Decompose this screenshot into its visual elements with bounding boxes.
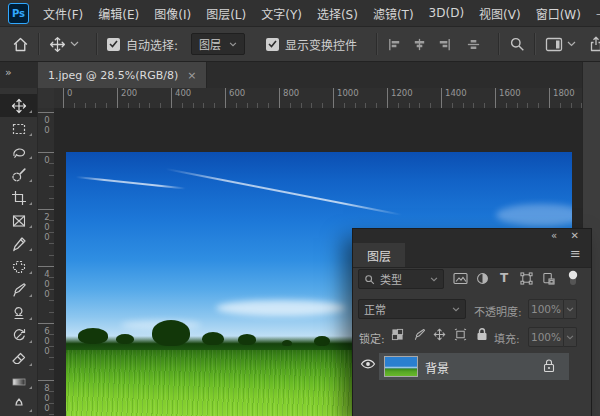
vertical-ruler[interactable]: 000200400600800	[38, 108, 55, 416]
collapse-panel-icon[interactable]: «	[551, 231, 557, 241]
ruler-label: 1600	[495, 88, 521, 108]
menu-image[interactable]: 图像(I)	[154, 5, 191, 22]
pixel-filter-icon[interactable]	[453, 272, 468, 285]
options-bar: 自动选择: 图层 显示变换控件	[0, 27, 600, 62]
distribute-icon[interactable]	[466, 37, 481, 52]
filter-toggle[interactable]	[568, 270, 578, 287]
blend-mode-dropdown[interactable]: 正常	[358, 299, 466, 319]
auto-select-target-dropdown[interactable]: 图层	[191, 33, 245, 55]
chevron-down-icon	[229, 42, 237, 47]
chevron-down-icon	[566, 307, 574, 312]
share-icon[interactable]	[588, 36, 600, 52]
ruler-label: 0	[63, 88, 72, 108]
tool-clone-stamp[interactable]	[0, 301, 37, 324]
layers-tab[interactable]: 图层	[353, 243, 405, 267]
opacity-chevron[interactable]	[564, 299, 577, 319]
tool-partial[interactable]	[0, 393, 37, 416]
tab-close-icon[interactable]: ×	[187, 69, 196, 82]
ruler-label: 400	[171, 88, 191, 108]
lock-paint-icon[interactable]	[413, 328, 426, 341]
quick-selection-icon	[11, 167, 27, 183]
divider	[498, 33, 500, 55]
tool-eyedropper[interactable]	[0, 232, 37, 255]
type-filter-icon[interactable]: T	[500, 271, 508, 285]
home-icon[interactable]	[12, 36, 29, 53]
menu-layer[interactable]: 图层(L)	[206, 5, 246, 22]
eyedropper-icon	[11, 236, 27, 252]
layers-panel-tabrow: 图层 ≡	[353, 243, 591, 268]
align-right-icon[interactable]	[437, 37, 452, 52]
horizontal-ruler[interactable]: 020040060080010001200140016001800	[54, 88, 582, 109]
menu-select[interactable]: 选择(S)	[317, 5, 358, 22]
blend-mode-value: 正常	[364, 301, 447, 317]
menu-view[interactable]: 视图(V)	[479, 5, 521, 22]
shape-filter-icon[interactable]	[520, 272, 533, 285]
fill-input[interactable]: 100%	[528, 327, 564, 347]
menu-window[interactable]: 窗口(W)	[536, 5, 581, 22]
lock-move-icon[interactable]	[433, 328, 446, 341]
ruler-label: 200	[38, 209, 54, 242]
menu-edit[interactable]: 编辑(E)	[98, 5, 139, 22]
history-brush-icon	[11, 328, 27, 344]
menu-type[interactable]: 文字(Y)	[261, 5, 302, 22]
tool-crop[interactable]	[0, 186, 37, 209]
tool-move[interactable]	[0, 94, 37, 117]
frame-icon	[11, 213, 27, 229]
move-tool-icon[interactable]	[49, 36, 66, 53]
tool-marquee[interactable]	[0, 117, 37, 140]
photo-cloud	[216, 300, 346, 316]
align-center-icon[interactable]	[412, 37, 427, 52]
lock-all-icon[interactable]	[476, 327, 488, 341]
marquee-icon	[11, 121, 27, 137]
smart-object-filter-icon[interactable]	[542, 272, 555, 285]
opacity-label: 不透明度:	[474, 303, 522, 319]
chevron-down-icon[interactable]	[70, 41, 79, 47]
layer-name[interactable]: 背景	[425, 359, 449, 376]
menu-filter[interactable]: 滤镜(T)	[373, 5, 414, 22]
lock-artboard-icon[interactable]	[454, 328, 467, 341]
tool-healing-brush[interactable]	[0, 255, 37, 278]
workspace-icon[interactable]	[545, 37, 563, 52]
chevron-down-icon	[430, 277, 438, 282]
layer-visibility-eye-icon[interactable]	[360, 358, 376, 370]
photo-tree	[152, 320, 190, 346]
ruler-label: 400	[38, 266, 54, 299]
chevron-down-icon	[452, 307, 460, 312]
toolbar-expand-icon[interactable]: »	[5, 66, 11, 79]
ruler-label: 200	[117, 88, 137, 108]
divider	[376, 33, 378, 55]
chevron-down-icon[interactable]	[567, 41, 576, 47]
document-tab[interactable]: 1.jpeg @ 28.5%(RGB/8) ×	[38, 62, 207, 88]
tool-eraser[interactable]	[0, 347, 37, 370]
auto-select-checkbox[interactable]	[107, 38, 120, 51]
menu-3d[interactable]: 3D(D)	[429, 6, 464, 20]
align-left-icon[interactable]	[387, 37, 402, 52]
tool-quick-selection[interactable]	[0, 163, 37, 186]
tool-lasso[interactable]	[0, 140, 37, 163]
layer-thumbnail[interactable]	[384, 356, 418, 377]
panel-menu-icon[interactable]: ≡	[570, 247, 581, 260]
ruler-label: 1000	[333, 88, 359, 108]
lasso-icon	[11, 144, 27, 160]
adjustment-filter-icon[interactable]	[476, 272, 489, 285]
layer-filter-dropdown[interactable]: 类型	[358, 269, 444, 289]
layers-panel-header: « ✕	[353, 229, 591, 243]
brush-icon	[11, 282, 27, 298]
ruler-label: 800	[279, 88, 299, 108]
divider	[534, 33, 536, 55]
show-transform-checkbox[interactable]	[266, 38, 279, 51]
tool-brush[interactable]	[0, 278, 37, 301]
search-icon[interactable]	[509, 36, 525, 52]
tool-gradient[interactable]	[0, 370, 37, 393]
close-panel-icon[interactable]: ✕	[571, 231, 579, 241]
fill-chevron[interactable]	[564, 327, 577, 347]
tool-frame[interactable]	[0, 209, 37, 232]
minimize-button[interactable]: –	[596, 8, 600, 19]
photo-tree	[314, 336, 330, 346]
layers-panel: « ✕ 图层 ≡ 类型 T 正常 不透明度: 100% 锁定:	[352, 228, 592, 416]
tool-history-brush[interactable]	[0, 324, 37, 347]
lock-transparency-icon[interactable]	[391, 328, 404, 341]
opacity-input[interactable]: 100%	[528, 299, 564, 319]
menu-file[interactable]: 文件(F)	[43, 5, 83, 22]
photo-tree	[78, 328, 108, 344]
